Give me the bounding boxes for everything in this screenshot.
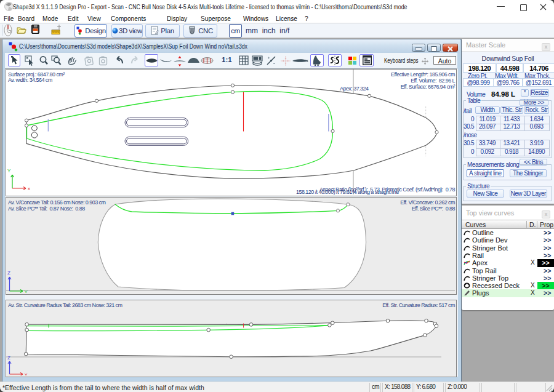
svg-text:Z: Z	[7, 270, 10, 276]
svg-text:X: X	[25, 372, 28, 376]
svg-text:Z: Z	[7, 355, 10, 361]
svg-text:x: x	[28, 186, 30, 191]
svg-text:Y: Y	[7, 168, 11, 174]
svg-text:Y: Y	[25, 289, 28, 294]
